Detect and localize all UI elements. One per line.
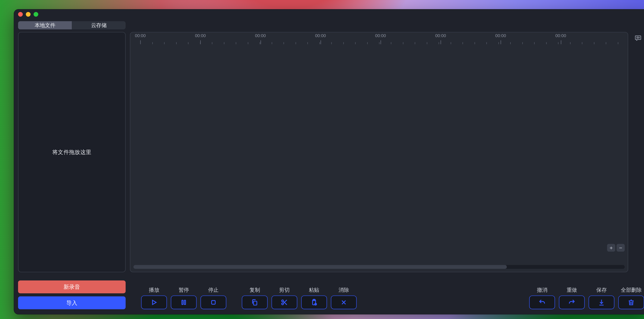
ruler-minor-tick	[200, 42, 200, 44]
ruler-minor-tick	[498, 42, 499, 44]
ruler-minor-tick	[296, 42, 296, 44]
ruler-minor-tick	[224, 42, 224, 44]
ruler-time-label: 00:00	[135, 33, 146, 38]
ruler-minor-tick	[319, 42, 320, 44]
ruler-minor-tick	[558, 42, 558, 44]
scrollbar-thumb[interactable]	[134, 265, 507, 269]
file-drop-zone[interactable]: 将文件拖放这里	[18, 32, 126, 272]
maximize-window-button[interactable]	[34, 12, 38, 17]
ruler-major-tick	[501, 40, 501, 44]
ruler-minor-tick	[510, 42, 511, 44]
window-controls	[18, 12, 38, 17]
timeline-panel: 00:0000:0000:0000:0000:0000:0000:0000:00…	[130, 32, 628, 272]
ruler-minor-tick	[415, 42, 415, 44]
ruler-time-label: 00:00	[435, 33, 446, 38]
undo-label: 撤消	[537, 287, 547, 293]
ruler-major-tick	[260, 40, 261, 44]
clear-label: 消除	[338, 287, 349, 293]
ruler-major-tick	[320, 40, 321, 44]
zoom-in-button[interactable]: +	[607, 244, 615, 252]
undo-icon	[538, 299, 546, 306]
close-window-button[interactable]	[18, 12, 23, 17]
ruler-minor-tick	[307, 42, 308, 44]
waveform-comment-icon[interactable]	[633, 33, 642, 43]
ruler-minor-tick	[427, 42, 427, 44]
zoom-out-button[interactable]: −	[616, 244, 625, 252]
ruler-time-label: 00:00	[496, 33, 506, 38]
ruler-minor-tick	[343, 42, 344, 44]
ruler-minor-tick	[176, 42, 176, 44]
ruler-time-label: 00:00	[375, 33, 386, 38]
cut-button[interactable]	[272, 296, 298, 309]
content-area: 将文件拖放这里 00:0000:0000:0000:0000:0000:0000…	[14, 32, 644, 276]
redo-label: 重做	[567, 287, 577, 293]
svg-rect-4	[212, 301, 215, 304]
ruler-minor-tick	[403, 42, 404, 44]
ruler-minor-tick	[236, 42, 236, 44]
cut-label: 剪切	[279, 287, 290, 293]
ruler-major-tick	[440, 40, 441, 44]
play-label: 播放	[149, 287, 159, 293]
svg-rect-5	[254, 301, 257, 305]
edit-group: 复制 剪切 粘贴 消除	[242, 287, 357, 309]
clipboard-icon	[310, 299, 318, 306]
scissors-icon	[281, 299, 288, 306]
undo-button[interactable]	[529, 296, 555, 309]
ruler-minor-tick	[594, 42, 594, 44]
drop-hint-text: 将文件拖放这里	[52, 148, 92, 156]
timeline-ruler[interactable]: 00:0000:0000:0000:0000:0000:0000:0000:00	[130, 32, 628, 44]
ruler-time-label: 00:00	[315, 33, 326, 38]
ruler-minor-tick	[332, 42, 332, 44]
ruler-minor-tick	[188, 42, 188, 44]
timeline-scrollbar[interactable]	[134, 265, 625, 269]
redo-button[interactable]	[559, 296, 585, 309]
download-icon	[598, 299, 605, 306]
play-button[interactable]	[141, 296, 167, 309]
pause-button[interactable]	[171, 296, 197, 309]
delete-all-button[interactable]	[618, 296, 644, 309]
trash-icon	[628, 299, 635, 306]
ruler-time-label: 00:00	[195, 33, 206, 38]
ruler-minor-tick	[582, 42, 582, 44]
copy-button[interactable]	[242, 296, 268, 309]
delete-all-label: 全部删除	[621, 287, 642, 293]
minimize-window-button[interactable]	[26, 12, 31, 17]
ruler-major-tick	[380, 40, 381, 44]
ruler-minor-tick	[379, 42, 380, 44]
ruler-minor-tick	[451, 42, 451, 44]
x-icon	[340, 299, 348, 306]
svg-rect-3	[184, 300, 186, 305]
clear-button[interactable]	[331, 296, 357, 309]
stop-label: 停止	[208, 287, 218, 293]
copy-icon	[251, 299, 258, 306]
ruler-minor-tick	[355, 42, 356, 44]
ruler-minor-tick	[474, 42, 475, 44]
paste-label: 粘贴	[309, 287, 319, 293]
ruler-minor-tick	[462, 42, 463, 44]
playback-group: 播放 暂停 停止	[141, 287, 226, 309]
zoom-controls: + −	[607, 244, 625, 252]
stop-button[interactable]	[200, 296, 226, 309]
right-toolbar	[632, 32, 644, 272]
save-label: 保存	[596, 287, 606, 293]
ruler-major-tick	[561, 40, 561, 44]
save-button[interactable]	[588, 296, 614, 309]
ruler-minor-tick	[272, 42, 272, 44]
svg-rect-2	[182, 300, 183, 305]
ruler-minor-tick	[606, 42, 606, 44]
pause-label: 暂停	[179, 287, 189, 293]
ruler-minor-tick	[164, 42, 165, 44]
ruler-minor-tick	[367, 42, 368, 44]
pause-icon	[180, 299, 187, 306]
ruler-minor-tick	[391, 42, 392, 44]
sidebar-buttons-wrap: 新录音 导入	[18, 281, 126, 309]
redo-icon	[568, 299, 576, 306]
source-tabs: 本地文件 云存储	[14, 19, 644, 32]
tab-cloud-storage[interactable]: 云存储	[72, 21, 126, 29]
new-recording-button[interactable]: 新录音	[18, 281, 126, 293]
import-button[interactable]: 导入	[18, 296, 126, 309]
paste-button[interactable]	[301, 296, 327, 309]
timeline-track-area[interactable]: + −	[130, 44, 628, 263]
tab-local-files[interactable]: 本地文件	[18, 21, 72, 29]
ruler-minor-tick	[534, 42, 534, 44]
